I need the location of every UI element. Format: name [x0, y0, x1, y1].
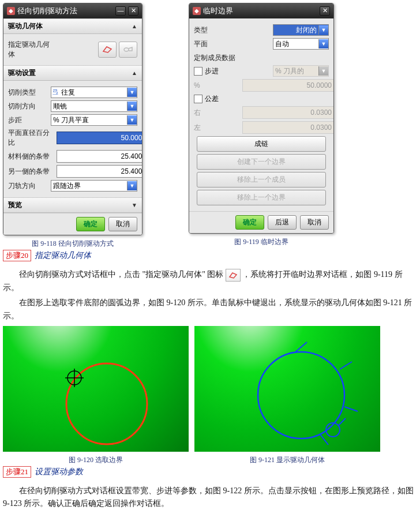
- minimize-icon[interactable]: —: [115, 6, 126, 16]
- section-preview[interactable]: 预览 ▼: [3, 197, 142, 213]
- plane-dropdown[interactable]: 自动 ▼: [273, 38, 329, 50]
- cut-type-dropdown[interactable]: 弖 往复 ▼: [51, 87, 137, 98]
- chevron-down-icon: ▼: [132, 202, 137, 208]
- cut-dir-label: 切削方向: [8, 102, 48, 111]
- specify-geometry-label: 指定驱动几何体: [8, 40, 54, 59]
- type-dropdown[interactable]: 封闭的 ▼: [273, 24, 329, 36]
- dialog-title: 临时边界: [203, 6, 233, 16]
- step-dropdown[interactable]: % 刀具平直 ▼: [51, 114, 137, 126]
- plane-pct-label: 平面直径百分比: [8, 128, 54, 148]
- zigzag-icon: 弖: [51, 88, 59, 96]
- figure-9-120-viewport: [3, 326, 189, 452]
- svg-point-1: [66, 363, 147, 444]
- step-21: 步骤21 设置驱动参数: [3, 466, 189, 478]
- ok-button[interactable]: 确定: [235, 215, 264, 230]
- dialog-buttons: 确定 后退 取消: [189, 211, 333, 233]
- dropdown-value: 往复: [59, 88, 127, 97]
- plane-label: 平面: [194, 39, 234, 49]
- tolerance-label: 公差: [205, 94, 219, 104]
- cut-dir-dropdown[interactable]: 顺铣 ▼: [51, 100, 137, 112]
- dialog-buttons: 确定 取消: [3, 213, 142, 235]
- cut-type-label: 切削类型: [8, 88, 48, 97]
- chevron-down-icon: ▼: [318, 25, 328, 35]
- chevron-down-icon: ▼: [127, 102, 137, 111]
- svg-point-5: [258, 352, 344, 438]
- chevron-up-icon: ▲: [132, 70, 137, 76]
- dropdown-value: 跟随边界: [51, 181, 127, 191]
- figure-9-121-viewport: [194, 326, 380, 452]
- step-checkbox[interactable]: [194, 67, 202, 76]
- dialog-title: 径向切削驱动方法: [17, 6, 77, 16]
- step-title: 设置驱动参数: [35, 467, 83, 477]
- section-drive-settings[interactable]: 驱动设置 ▲: [3, 65, 142, 81]
- other-strip-label: 另一侧的条带: [8, 167, 54, 177]
- section-label: 驱动几何体: [8, 21, 43, 31]
- chevron-down-icon: ▼: [318, 66, 328, 76]
- paragraph: 在径向切削驱动方式对话框设置带宽、步进等参数，如图 9-122 所示。点击显示按…: [3, 485, 417, 511]
- material-strip-input[interactable]: [57, 150, 142, 163]
- pct-label: %: [194, 81, 240, 89]
- dropdown-value: % 刀具的: [273, 66, 318, 76]
- left-input: [242, 121, 334, 134]
- step-number: 步骤20: [3, 250, 31, 261]
- dropdown-value: % 刀具平直: [51, 115, 127, 125]
- right-input: [242, 106, 334, 119]
- remove-last-boundary-button: 移除上一个边界: [197, 190, 326, 205]
- step-20: 步骤20 指定驱动几何体: [3, 250, 142, 261]
- plane-pct-input[interactable]: [57, 132, 142, 144]
- right-label: 右: [194, 108, 240, 118]
- specify-geometry-icon[interactable]: [98, 42, 117, 58]
- pct-input: [242, 79, 334, 92]
- chevron-down-icon: ▼: [127, 115, 137, 125]
- remove-last-member-button: 移除上一个成员: [197, 172, 326, 187]
- chevron-up-icon: ▲: [132, 23, 137, 29]
- dropdown-value: 自动: [273, 39, 318, 49]
- specify-geometry-inline-icon: [226, 269, 241, 282]
- paragraph: 在图形上选取零件底部的圆弧边界，如图 9-120 所示。单击鼠标中键退出，系统显…: [3, 297, 417, 322]
- flashlight-icon[interactable]: [119, 42, 137, 58]
- caption-9-120: 图 9-120 选取边界: [3, 455, 189, 465]
- caption-9-119: 图 9-119 临时边界: [189, 237, 334, 247]
- close-icon[interactable]: ✕: [128, 6, 138, 16]
- chevron-down-icon: ▼: [127, 88, 137, 97]
- paragraph: 径向切削驱动方式对话框中，点击 "指定驱动几何体" 图标 ，系统将打开临时边界对…: [3, 268, 417, 294]
- cancel-button[interactable]: 取消: [300, 215, 329, 230]
- svg-point-0: [124, 48, 129, 51]
- app-icon: ◆: [193, 7, 201, 15]
- left-label: 左: [194, 123, 240, 133]
- section-label: 驱动设置: [8, 68, 36, 78]
- ok-button[interactable]: 确定: [76, 217, 105, 231]
- tool-axis-label: 刀轨方向: [8, 181, 48, 191]
- back-button[interactable]: 后退: [268, 215, 297, 230]
- custom-member-header: 定制成员数据: [194, 53, 329, 63]
- tolerance-checkbox[interactable]: [194, 95, 202, 103]
- step-title: 指定驱动几何体: [35, 250, 91, 261]
- step-unit-dropdown: % 刀具的 ▼: [273, 65, 329, 77]
- tool-axis-dropdown[interactable]: 跟随边界 ▼: [51, 180, 137, 192]
- app-icon: ◆: [7, 7, 15, 15]
- cancel-button[interactable]: 取消: [108, 217, 137, 231]
- close-icon[interactable]: ✕: [320, 6, 330, 16]
- chain-button[interactable]: 成链: [197, 136, 326, 152]
- section-label: 预览: [8, 200, 22, 210]
- step-label: 步距: [8, 115, 48, 125]
- dropdown-value: 封闭的: [273, 25, 318, 35]
- titlebar[interactable]: ◆ 临时边界 ✕: [189, 3, 333, 18]
- section-drive-geometry[interactable]: 驱动几何体 ▲: [3, 18, 142, 34]
- type-label: 类型: [194, 25, 234, 35]
- other-strip-input[interactable]: [57, 165, 142, 178]
- chevron-down-icon: ▼: [318, 39, 328, 48]
- step-number: 步骤21: [3, 466, 31, 478]
- chevron-down-icon: ▼: [127, 181, 137, 190]
- step-check-label: 步进: [205, 66, 228, 76]
- temporary-boundary-dialog: ◆ 临时边界 ✕ 类型 封闭的 ▼ 平面 自动: [189, 3, 334, 234]
- caption-9-121: 图 9-121 显示驱动几何体: [194, 455, 380, 465]
- titlebar[interactable]: ◆ 径向切削驱动方法 — ✕: [3, 3, 142, 18]
- dropdown-value: 顺铣: [51, 102, 127, 111]
- caption-9-118: 图 9-118 径向切削驱动方式: [3, 239, 142, 249]
- create-next-boundary-button: 创建下一个边界: [197, 154, 326, 170]
- material-strip-label: 材料侧的条带: [8, 152, 54, 162]
- radial-cut-dialog: ◆ 径向切削驱动方法 — ✕ 驱动几何体 ▲ 指定驱动几何体: [3, 3, 142, 235]
